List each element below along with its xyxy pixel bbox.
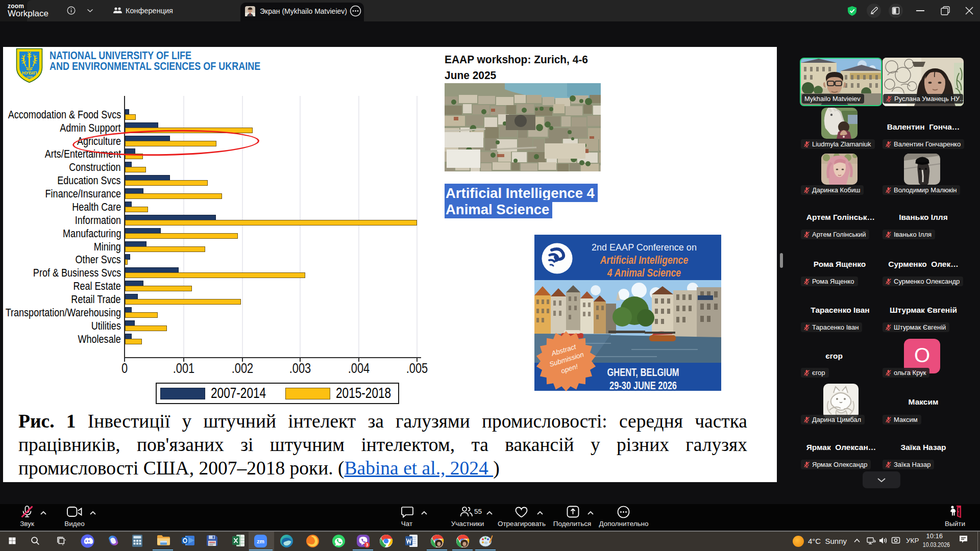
- svg-text:zm: zm: [257, 538, 264, 544]
- svg-text:НУБІП: НУБІП: [22, 70, 37, 76]
- svg-text:1898: 1898: [26, 76, 32, 79]
- svg-text:3: 3: [366, 542, 369, 547]
